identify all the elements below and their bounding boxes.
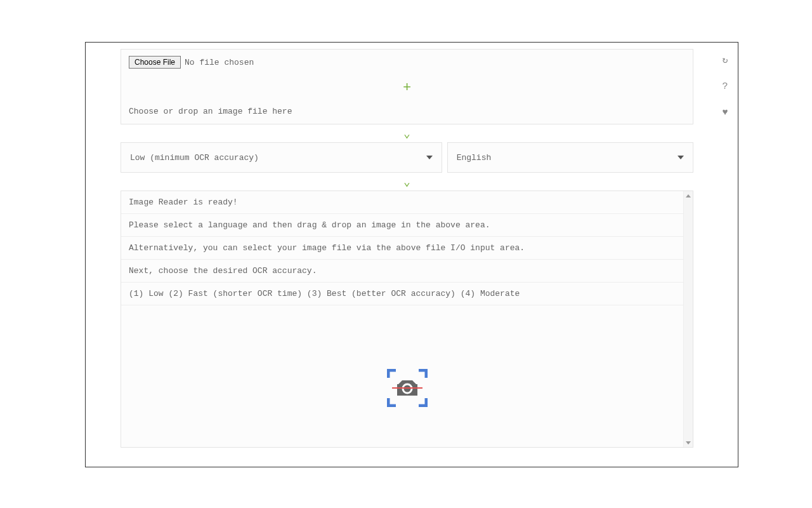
selects-row: Low (minimum OCR accuracy) English [121,142,693,173]
heart-icon[interactable]: ♥ [722,107,728,118]
upload-panel[interactable]: Choose File No file chosen + Choose or d… [121,49,693,124]
accuracy-select-value: Low (minimum OCR accuracy) [130,153,259,163]
chevron-down-icon: ⌄ [403,176,410,189]
log-list: Image Reader is ready! Please select a l… [121,191,683,305]
main-content: Choose File No file chosen + Choose or d… [121,49,693,448]
plus-icon[interactable]: + [403,80,411,96]
sidebar: ↻ ? ♥ [717,54,733,118]
scanner-logo-icon [387,369,428,407]
log-item: Alternatively, you can select your image… [121,237,683,260]
add-row: + [129,72,685,107]
scroll-down-button[interactable] [684,438,693,447]
scroll-up-button[interactable] [684,191,693,200]
language-select[interactable]: English [447,142,693,173]
file-input-row: Choose File No file chosen [129,56,685,69]
chevron-down-icon: ⌄ [403,128,410,140]
divider-chevron-1: ⌄ [121,124,693,142]
language-select-value: English [457,153,492,163]
accuracy-select[interactable]: Low (minimum OCR accuracy) [121,142,442,173]
log-item: Next, choose the desired OCR accuracy. [121,260,683,283]
refresh-icon[interactable]: ↻ [722,54,728,66]
choose-file-button[interactable]: Choose File [129,56,181,69]
log-panel: Image Reader is ready! Please select a l… [121,190,693,448]
scrollbar[interactable] [683,191,693,447]
log-item: Image Reader is ready! [121,191,683,214]
log-item: Please select a language and then drag &… [121,214,683,237]
help-icon[interactable]: ? [722,81,728,92]
drop-hint-text: Choose or drop an image file here [129,107,685,116]
file-status-text: No file chosen [185,58,254,67]
caret-down-icon [678,156,684,159]
caret-down-icon [426,156,433,159]
divider-chevron-2: ⌄ [121,173,693,190]
app-frame: Choose File No file chosen + Choose or d… [85,42,738,467]
log-item: (1) Low (2) Fast (shorter OCR time) (3) … [121,283,683,305]
